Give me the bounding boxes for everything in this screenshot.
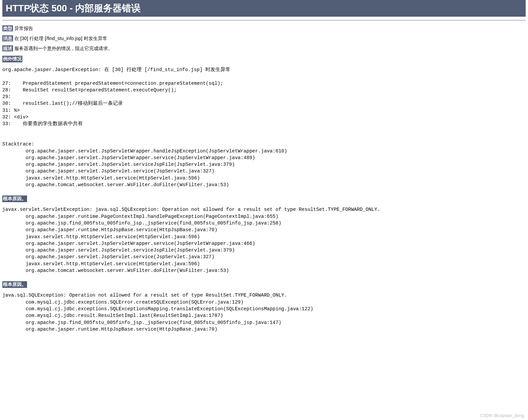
- message-row: 消息 在 [30] 行处理 [/find_stu_info.jsp] 时发生异常: [2, 34, 526, 44]
- divider: [2, 20, 526, 20]
- rootcause1-heading: 根本原因。: [2, 195, 27, 202]
- exception-trace: org.apache.jasper.JasperException: 在 [30…: [2, 66, 526, 188]
- description-label: 描述: [2, 45, 13, 51]
- description-value: 服务器遇到一个意外的情况，阻止它完成请求。: [14, 46, 113, 51]
- page-title: HTTP状态 500 - 内部服务器错误: [2, 0, 526, 17]
- exception-heading: 例外情况: [2, 56, 22, 62]
- message-value: 在 [30] 行处理 [/find_stu_info.jsp] 时发生异常: [14, 36, 107, 41]
- type-value: 异常报告: [14, 26, 33, 31]
- type-row: 类型 异常报告: [2, 24, 526, 34]
- rootcause2-heading: 根本原因。: [2, 281, 27, 288]
- rootcause2-trace: java.sql.SQLException: Operation not all…: [2, 292, 526, 333]
- description-row: 描述 服务器遇到一个意外的情况，阻止它完成请求。: [2, 44, 526, 54]
- rootcause1-trace: javax.servlet.ServletException: java.sql…: [2, 206, 526, 274]
- type-label: 类型: [2, 25, 13, 31]
- message-label: 消息: [2, 35, 13, 41]
